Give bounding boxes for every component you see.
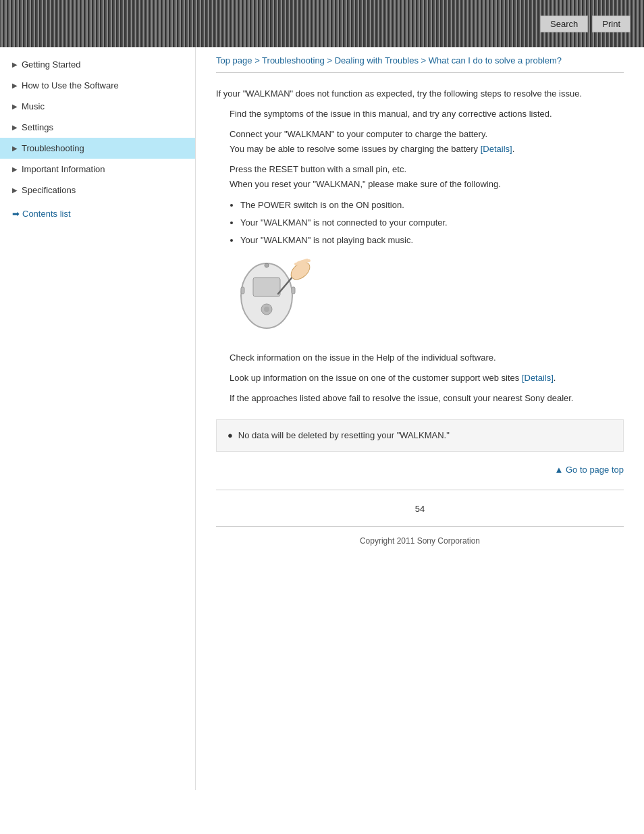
step4-text: Check information on the issue in the He… [216,350,624,365]
sidebar-item-label: Specifications [22,185,76,195]
svg-line-11 [301,261,309,262]
step2-line2: You may be able to resolve some issues b… [230,144,481,154]
details-link-battery[interactable]: [Details] [481,144,512,154]
sidebar-item-music[interactable]: ▶ Music [0,96,195,117]
note-bullet: ● No data will be deleted by resetting y… [227,428,612,443]
sidebar-item-getting-started[interactable]: ▶ Getting Started [0,54,195,75]
breadcrumb-dealing-troubles[interactable]: Dealing with Troubles [335,55,419,66]
contents-list-link[interactable]: ➡ Contents list [0,203,195,224]
content-body: If your "WALKMAN" does not function as e… [216,86,624,481]
step2-text: Connect your "WALKMAN" to your computer … [216,127,624,157]
note-box: ● No data will be deleted by resetting y… [216,419,624,452]
chevron-right-icon: ▶ [12,186,18,194]
arrow-right-icon: ➡ [12,209,20,219]
sidebar: ▶ Getting Started ▶ How to Use the Softw… [0,47,196,790]
sidebar-item-troubleshooting[interactable]: ▶ Troubleshooting [0,138,195,159]
step5-line1: Look up information on the issue on one … [230,373,522,383]
sidebar-item-label: Settings [22,122,53,132]
sidebar-item-label: Getting Started [22,59,80,70]
step3-text: Press the RESET button with a small pin,… [216,162,624,192]
sidebar-item-settings[interactable]: ▶ Settings [0,117,195,138]
svg-rect-1 [253,278,280,296]
intro-text: If your "WALKMAN" does not function as e… [216,86,624,101]
breadcrumb-troubleshooting[interactable]: Troubleshooting [262,55,325,66]
sidebar-item-label: Music [22,101,45,111]
svg-rect-4 [241,287,244,294]
breadcrumb-separator: > [254,55,262,66]
chevron-right-icon: ▶ [12,103,18,110]
copyright-text: Copyright 2011 Sony Corporation [360,536,480,546]
contents-list-label: Contents list [22,209,71,219]
list-item: Your "WALKMAN" is not connected to your … [240,215,624,230]
sidebar-item-specifications[interactable]: ▶ Specifications [0,180,195,201]
search-button[interactable]: Search [540,16,588,32]
chevron-right-icon: ▶ [12,82,18,89]
breadcrumb-separator: > [327,55,334,66]
breadcrumb: Top page > Troubleshooting > Dealing wit… [216,47,624,73]
svg-rect-5 [292,287,295,294]
chevron-right-icon: ▶ [12,61,18,68]
page-number: 54 [216,498,624,519]
note-text: No data will be deleted by resetting you… [238,428,450,443]
main-layout: ▶ Getting Started ▶ How to Use the Softw… [0,47,644,790]
go-to-top[interactable]: ▲ Go to page top [216,459,624,481]
chevron-right-icon: ▶ [12,124,18,131]
footer-divider [216,490,624,490]
step5-text: Look up information on the issue on one … [216,371,624,386]
chevron-right-icon: ▶ [12,145,18,152]
chevron-right-icon: ▶ [12,165,18,173]
device-image [230,259,317,340]
list-item: Your "WALKMAN" is not playing back music… [240,233,624,248]
svg-point-6 [265,263,269,267]
details-link-support[interactable]: [Details] [522,373,554,383]
bullet-dot: ● [227,428,233,443]
step3-line2: When you reset your "WALKMAN," please ma… [230,179,501,189]
print-button[interactable]: Print [592,16,630,32]
breadcrumb-current[interactable]: What can I do to solve a problem? [429,55,562,66]
sidebar-item-important-information[interactable]: ▶ Important Information [0,159,195,180]
sidebar-item-label: Troubleshooting [22,143,84,153]
list-item: The POWER switch is on the ON position. [240,198,624,213]
step3-line1: Press the RESET button with a small pin,… [230,164,406,174]
breadcrumb-toppage[interactable]: Top page [216,55,252,66]
reset-checklist: The POWER switch is on the ON position. … [240,198,624,248]
sidebar-item-how-to-use[interactable]: ▶ How to Use the Software [0,75,195,96]
footer: Copyright 2011 Sony Corporation [216,526,624,555]
step2-line1: Connect your "WALKMAN" to your computer … [230,129,487,139]
svg-point-3 [264,307,269,312]
header: Search Print [0,0,644,47]
main-content: Top page > Troubleshooting > Dealing wit… [196,47,644,790]
sidebar-item-label: How to Use the Software [22,80,119,90]
step6-text: If the approaches listed above fail to r… [216,391,624,406]
breadcrumb-separator: > [421,55,429,66]
go-to-top-link[interactable]: ▲ Go to page top [555,465,624,475]
sidebar-item-label: Important Information [22,164,105,174]
step1-text: Find the symptoms of the issue in this m… [216,107,624,122]
